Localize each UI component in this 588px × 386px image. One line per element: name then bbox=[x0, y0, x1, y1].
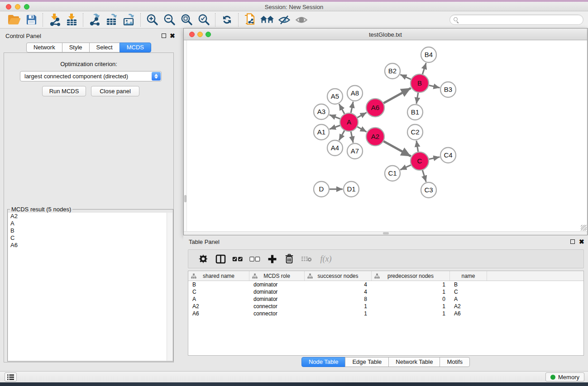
table-cell[interactable]: connector bbox=[249, 303, 305, 310]
export-network-icon[interactable] bbox=[86, 13, 103, 27]
export-image-icon[interactable] bbox=[120, 13, 138, 27]
table-row[interactable]: A6connector11A6 bbox=[188, 310, 583, 317]
delete-columns-icon[interactable] bbox=[281, 251, 298, 267]
network-window-titlebar[interactable]: testGlobe.txt bbox=[184, 29, 587, 40]
graph-edge-C-C3[interactable] bbox=[422, 170, 426, 182]
import-network-from-file-icon[interactable] bbox=[46, 13, 63, 27]
hide-selected-eye-icon[interactable] bbox=[276, 13, 293, 27]
search-field[interactable] bbox=[449, 14, 583, 25]
table-cell[interactable]: A6 bbox=[188, 310, 249, 317]
zoom-fit-content-icon[interactable] bbox=[178, 13, 195, 27]
table-cell[interactable]: C bbox=[188, 288, 249, 295]
tab-node-table[interactable]: Node Table bbox=[301, 357, 346, 367]
import-table-from-file-icon[interactable] bbox=[63, 13, 80, 27]
table-row[interactable]: A2connector11A2 bbox=[188, 303, 583, 310]
delete-table-icon[interactable] bbox=[298, 251, 315, 267]
save-session-icon[interactable] bbox=[23, 13, 40, 27]
apply-preferred-layout-icon[interactable] bbox=[218, 13, 235, 27]
table-cell[interactable]: dominator bbox=[249, 281, 305, 288]
mcds-result-item[interactable]: A6 bbox=[8, 242, 172, 249]
network-canvas[interactable]: AA1A2A3A4A5A6A7A8BB1B2B3B4CC1C2C3C4DD1 bbox=[184, 40, 587, 231]
table-cell[interactable]: dominator bbox=[249, 295, 305, 303]
graph-edge-C-C4[interactable] bbox=[429, 157, 440, 159]
zoom-selected-region-icon[interactable] bbox=[195, 13, 212, 27]
table-panel-float-icon[interactable] bbox=[570, 239, 575, 244]
zoom-out-icon[interactable] bbox=[161, 13, 178, 27]
network-horizontal-scrollbar[interactable] bbox=[184, 231, 587, 235]
open-file-icon[interactable] bbox=[5, 13, 23, 27]
table-cell[interactable]: 1 bbox=[372, 281, 450, 288]
mcds-result-item[interactable]: A2 bbox=[8, 213, 172, 220]
table-cell[interactable]: 1 bbox=[372, 303, 450, 310]
table-cell[interactable]: 0 bbox=[372, 295, 450, 303]
table-cell[interactable]: A bbox=[188, 295, 249, 303]
table-cell[interactable]: 1 bbox=[372, 310, 450, 317]
graph-edge-B-B2[interactable] bbox=[400, 75, 411, 80]
table-cell[interactable]: 1 bbox=[305, 310, 372, 317]
column-header-predecessor-nodes[interactable]: predecessor nodes bbox=[372, 271, 450, 281]
graph-edge-C-C2[interactable] bbox=[416, 141, 418, 152]
column-header-mcds-role[interactable]: MCDS role bbox=[249, 271, 305, 281]
window-resize-grip[interactable] bbox=[581, 225, 587, 231]
tab-motifs[interactable]: Motifs bbox=[440, 357, 470, 367]
graph-edge-A-A6[interactable] bbox=[357, 113, 366, 118]
graph-edge-A2-C[interactable] bbox=[383, 141, 411, 156]
table-cell[interactable]: 4 bbox=[305, 281, 372, 288]
run-mcds-button[interactable]: Run MCDS bbox=[42, 86, 86, 96]
memory-button[interactable]: Memory bbox=[545, 372, 584, 381]
table-cell[interactable]: A2 bbox=[188, 303, 249, 310]
mcds-result-item[interactable]: B bbox=[8, 227, 172, 234]
table-settings-gear-icon[interactable] bbox=[195, 251, 212, 267]
table-cell[interactable]: 1 bbox=[372, 288, 450, 295]
graph-edge-A-A8[interactable] bbox=[351, 102, 353, 113]
table-cell[interactable]: C bbox=[450, 288, 487, 295]
select-all-columns-icon[interactable] bbox=[229, 251, 246, 267]
tab-select[interactable]: Select bbox=[89, 43, 120, 52]
function-builder-icon[interactable]: f(x) bbox=[315, 251, 337, 267]
table-row[interactable]: Bdominator41B bbox=[188, 281, 583, 288]
show-all-eye-icon[interactable] bbox=[293, 13, 310, 27]
network-vertical-scrollbar[interactable] bbox=[184, 40, 187, 231]
zoom-in-icon[interactable] bbox=[143, 13, 161, 27]
graph-edge-A-A2[interactable] bbox=[357, 127, 366, 132]
column-header-successor-nodes[interactable]: successor nodes bbox=[305, 271, 372, 281]
tab-network[interactable]: Network bbox=[26, 43, 62, 52]
table-panel-close-icon[interactable]: ✖ bbox=[579, 239, 584, 244]
table-cell[interactable]: 1 bbox=[305, 303, 372, 310]
graph-edge-A-A1[interactable] bbox=[330, 125, 340, 129]
unselect-all-columns-icon[interactable] bbox=[246, 251, 263, 267]
tab-network-table[interactable]: Network Table bbox=[388, 357, 440, 367]
tab-mcds[interactable]: MCDS bbox=[120, 43, 151, 52]
table-row[interactable]: Cdominator41C bbox=[188, 288, 583, 295]
search-input[interactable] bbox=[460, 15, 580, 24]
graph-edge-A-A3[interactable] bbox=[330, 115, 340, 119]
mcds-list-scrollbar[interactable] bbox=[167, 213, 172, 361]
graph-edge-B-B4[interactable] bbox=[422, 63, 426, 74]
mcds-result-item[interactable]: A bbox=[8, 220, 172, 227]
export-table-icon[interactable] bbox=[103, 13, 120, 27]
close-panel-button[interactable]: Close panel bbox=[91, 86, 139, 96]
split-panel-icon[interactable] bbox=[212, 251, 229, 267]
graph-edge-A-A7[interactable] bbox=[351, 132, 353, 143]
table-cell[interactable]: A2 bbox=[450, 303, 487, 310]
table-cell[interactable]: dominator bbox=[249, 288, 305, 295]
table-cell[interactable]: B bbox=[450, 281, 487, 288]
graph-edge-A-A4[interactable] bbox=[339, 130, 344, 140]
network-horizontal-scrollbar-thumb[interactable] bbox=[383, 232, 389, 234]
tab-style[interactable]: Style bbox=[62, 43, 90, 52]
task-history-list-icon[interactable] bbox=[5, 372, 17, 381]
table-cell[interactable]: 4 bbox=[305, 288, 372, 295]
mcds-result-item[interactable]: C bbox=[8, 234, 172, 242]
tab-edge-table[interactable]: Edge Table bbox=[345, 357, 389, 367]
graph-edge-A6-B[interactable] bbox=[383, 88, 411, 103]
new-network-from-selection-icon[interactable] bbox=[241, 13, 258, 27]
graph-edge-C-C1[interactable] bbox=[400, 165, 411, 170]
table-cell[interactable]: B bbox=[188, 281, 249, 288]
table-cell[interactable]: A bbox=[450, 295, 487, 303]
create-new-column-icon[interactable] bbox=[263, 251, 281, 267]
table-cell[interactable]: 8 bbox=[305, 295, 372, 303]
graph-edge-B-B1[interactable] bbox=[416, 93, 418, 104]
table-cell[interactable]: A6 bbox=[450, 310, 487, 317]
column-header-shared-name[interactable]: shared name bbox=[188, 271, 249, 281]
optimization-criterion-select[interactable]: largest connected component (directed) bbox=[20, 71, 162, 81]
